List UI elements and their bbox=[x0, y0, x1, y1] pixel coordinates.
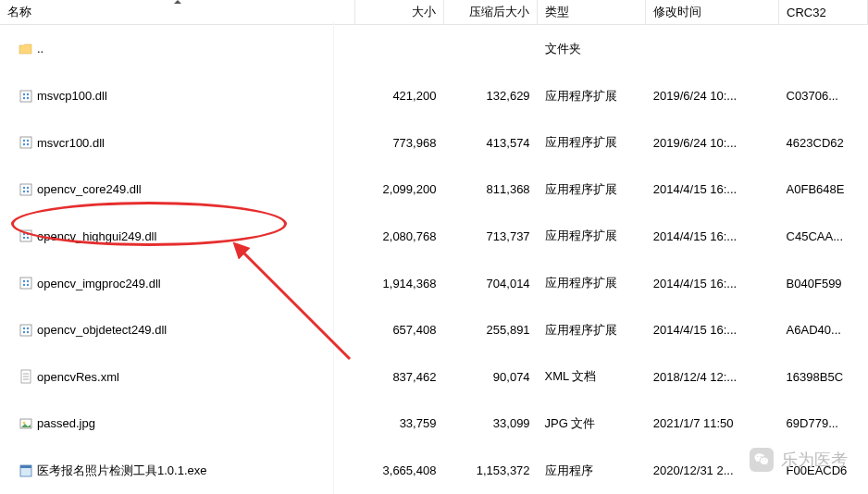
file-type: 应用程序扩展 bbox=[538, 260, 646, 307]
header-mtime[interactable]: 修改时间 bbox=[646, 0, 779, 25]
xml-file-icon bbox=[19, 369, 33, 384]
svg-point-26 bbox=[23, 327, 25, 329]
table-row[interactable]: opencv_core249.dll2,099,200811,368应用程序扩展… bbox=[0, 166, 868, 213]
svg-rect-15 bbox=[20, 230, 31, 241]
file-size: 837,462 bbox=[355, 353, 444, 401]
file-type: 应用程序扩展 bbox=[538, 72, 646, 119]
file-mtime: 2021/1/7 11:50 bbox=[646, 401, 779, 448]
svg-point-6 bbox=[23, 140, 25, 142]
file-compressed-size: 132,629 bbox=[443, 72, 537, 119]
table-row[interactable]: msvcp100.dll421,200132,629应用程序扩展2019/6/2… bbox=[0, 72, 868, 119]
parent-folder-type: 文件夹 bbox=[545, 42, 581, 56]
file-type: JPG 文件 bbox=[538, 401, 646, 448]
svg-point-16 bbox=[23, 233, 25, 235]
column-divider bbox=[333, 22, 334, 494]
file-mtime: 2014/4/15 16:... bbox=[646, 260, 779, 307]
svg-point-28 bbox=[23, 331, 25, 333]
dll-file-icon bbox=[19, 228, 33, 243]
wechat-icon bbox=[750, 448, 774, 472]
sort-ascending-icon bbox=[174, 0, 181, 4]
file-compressed-size: 704,014 bbox=[443, 260, 537, 307]
svg-point-17 bbox=[27, 233, 29, 235]
file-compressed-size: 713,737 bbox=[443, 213, 537, 260]
parent-folder-row[interactable]: .. 文件夹 bbox=[0, 25, 868, 73]
file-mtime: 2019/6/24 10:... bbox=[646, 72, 779, 119]
column-header-row: 名称 大小 压缩后大小 类型 修改时间 CRC32 bbox=[0, 0, 868, 25]
header-size[interactable]: 大小 bbox=[355, 0, 444, 25]
svg-rect-10 bbox=[20, 184, 31, 195]
svg-point-18 bbox=[23, 237, 25, 239]
header-name-label: 名称 bbox=[7, 5, 31, 19]
svg-point-4 bbox=[27, 96, 29, 98]
file-compressed-size: 255,891 bbox=[443, 306, 537, 353]
svg-point-19 bbox=[27, 237, 29, 239]
file-compressed-size: 413,574 bbox=[443, 119, 537, 167]
file-crc: B040F599 bbox=[779, 260, 868, 307]
table-row[interactable]: 医考报名照片检测工具1.0.1.exe3,665,4081,153,372应用程… bbox=[0, 447, 868, 494]
dll-file-icon bbox=[19, 182, 33, 197]
file-size: 33,759 bbox=[355, 401, 444, 448]
file-crc: C45CAA... bbox=[779, 213, 868, 260]
svg-point-29 bbox=[27, 331, 29, 333]
file-size: 421,200 bbox=[355, 72, 444, 119]
watermark: 乐为医考 bbox=[750, 448, 848, 472]
dll-file-icon bbox=[19, 135, 33, 150]
file-type: 应用程序 bbox=[538, 447, 646, 494]
file-type: 应用程序扩展 bbox=[538, 166, 646, 213]
dll-file-icon bbox=[19, 276, 33, 290]
parent-folder-name: .. bbox=[37, 42, 43, 56]
file-compressed-size: 811,368 bbox=[443, 166, 537, 213]
file-crc: 4623CD62 bbox=[779, 119, 868, 167]
svg-point-12 bbox=[27, 187, 29, 189]
file-size: 3,665,408 bbox=[355, 447, 444, 494]
svg-rect-5 bbox=[20, 137, 31, 148]
header-crc[interactable]: CRC32 bbox=[779, 0, 868, 25]
table-row[interactable]: passed.jpg33,75933,099JPG 文件2021/1/7 11:… bbox=[0, 401, 868, 448]
table-row[interactable]: opencv_objdetect249.dll657,408255,891应用程… bbox=[0, 306, 868, 353]
file-size: 657,408 bbox=[355, 306, 444, 353]
file-compressed-size: 1,153,372 bbox=[443, 447, 537, 494]
file-name: msvcr100.dll bbox=[37, 136, 105, 150]
file-name: opencvRes.xml bbox=[37, 370, 119, 384]
folder-up-icon bbox=[19, 42, 33, 56]
file-type: XML 文档 bbox=[538, 353, 646, 401]
header-type[interactable]: 类型 bbox=[538, 0, 646, 25]
svg-point-14 bbox=[27, 191, 29, 192]
file-name: opencv_core249.dll bbox=[37, 182, 142, 196]
table-row[interactable]: msvcr100.dll773,968413,574应用程序扩展2019/6/2… bbox=[0, 119, 868, 167]
file-name: opencv_objdetect249.dll bbox=[37, 323, 167, 337]
table-row[interactable]: opencv_highgui249.dll2,080,768713,737应用程… bbox=[0, 213, 868, 260]
file-crc: 16398B5C bbox=[779, 353, 868, 401]
header-name[interactable]: 名称 bbox=[0, 0, 355, 25]
watermark-text: 乐为医考 bbox=[781, 449, 848, 471]
svg-point-11 bbox=[23, 187, 25, 189]
file-name: opencv_imgproc249.dll bbox=[37, 277, 161, 290]
file-name: msvcp100.dll bbox=[37, 89, 107, 103]
svg-rect-25 bbox=[20, 325, 31, 336]
file-size: 773,968 bbox=[355, 119, 444, 167]
file-size: 1,914,368 bbox=[355, 260, 444, 307]
jpg-file-icon bbox=[19, 416, 33, 431]
table-row[interactable]: opencvRes.xml837,46290,074XML 文档2018/12/… bbox=[0, 353, 868, 401]
file-list-table: 名称 大小 压缩后大小 类型 修改时间 CRC32 .. 文件夹 bbox=[0, 0, 868, 494]
header-compressed[interactable]: 压缩后大小 bbox=[443, 0, 537, 25]
file-size: 2,080,768 bbox=[355, 213, 444, 260]
svg-point-24 bbox=[27, 284, 29, 286]
svg-point-13 bbox=[23, 191, 25, 192]
dll-file-icon bbox=[19, 323, 33, 338]
svg-point-21 bbox=[23, 280, 25, 282]
file-name: 医考报名照片检测工具1.0.1.exe bbox=[37, 463, 207, 479]
svg-point-1 bbox=[23, 93, 25, 94]
file-crc: A6AD40... bbox=[779, 306, 868, 353]
file-type: 应用程序扩展 bbox=[538, 213, 646, 260]
svg-point-7 bbox=[27, 140, 29, 142]
file-mtime: 2014/4/15 16:... bbox=[646, 166, 779, 213]
file-crc: 69D779... bbox=[779, 401, 868, 448]
exe-file-icon bbox=[19, 463, 33, 478]
file-name: passed.jpg bbox=[37, 416, 95, 430]
file-mtime: 2018/12/4 12:... bbox=[646, 353, 779, 401]
svg-point-2 bbox=[27, 93, 29, 94]
table-row[interactable]: opencv_imgproc249.dll1,914,368704,014应用程… bbox=[0, 260, 868, 307]
svg-rect-20 bbox=[20, 278, 31, 289]
file-type: 应用程序扩展 bbox=[538, 306, 646, 353]
